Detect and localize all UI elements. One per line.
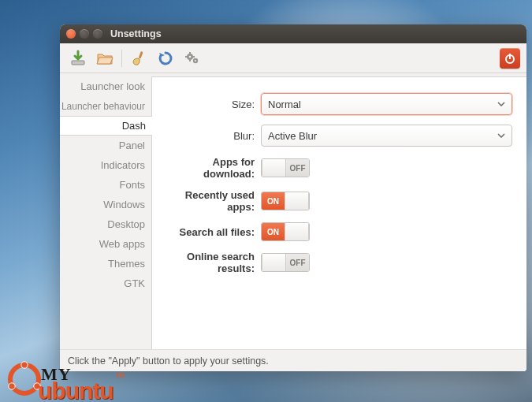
sidebar-item-label: Launcher behaviour — [61, 101, 145, 112]
combo-value: Active Blur — [268, 130, 317, 142]
toggle-online-search[interactable]: OFF — [261, 253, 310, 272]
toggle-off-label: OFF — [286, 254, 309, 271]
sidebar-item-label: Desktop — [107, 218, 145, 230]
toggle-search-files[interactable]: ON — [261, 222, 310, 241]
refresh-icon — [158, 50, 173, 66]
chevron-down-icon — [497, 133, 505, 138]
toggle-knob — [285, 192, 309, 210]
toggle-recently-used[interactable]: ON — [261, 192, 310, 210]
sidebar-item-windows[interactable]: Windows — [60, 195, 151, 214]
unsettings-window: Unsettings — [60, 24, 526, 371]
svg-rect-9 — [192, 56, 195, 58]
download-icon — [69, 50, 87, 67]
sidebar-item-panel[interactable]: Panel — [60, 136, 151, 155]
toggle-off-label: OFF — [286, 159, 309, 177]
sidebar-item-label: Web apps — [99, 238, 145, 250]
svg-point-14 — [9, 383, 15, 389]
svg-point-15 — [34, 383, 40, 389]
window-close-button[interactable] — [66, 29, 76, 39]
sidebar-item-web-apps[interactable]: Web apps — [60, 234, 151, 254]
window-buttons — [66, 29, 102, 39]
sidebar-item-label: Panel — [119, 140, 145, 151]
svg-point-5 — [195, 60, 196, 61]
desktop-background: Unsettings — [0, 0, 532, 402]
svg-rect-8 — [185, 56, 188, 58]
window-minimize-button[interactable] — [80, 29, 89, 39]
toggle-on-label: ON — [262, 223, 285, 240]
label-size: Size: — [160, 99, 261, 110]
sidebar-item-launcher-look[interactable]: Launcher look — [60, 76, 151, 96]
sidebar-item-label: Themes — [108, 258, 145, 270]
toolbar-separator — [121, 50, 122, 67]
row-blur: Blur: Active Blur — [160, 125, 512, 147]
open-button[interactable] — [93, 47, 117, 70]
status-bar: Click the "Apply" button to apply your s… — [60, 349, 526, 371]
reload-button[interactable] — [154, 47, 177, 70]
window-body: Launcher look Launcher behaviour Dash Pa… — [60, 73, 526, 349]
chevron-down-icon — [497, 102, 505, 106]
titlebar[interactable]: Unsettings — [60, 24, 526, 43]
combo-blur[interactable]: Active Blur — [261, 125, 512, 147]
label-online-search: Online search results: — [160, 251, 261, 274]
toolbar — [60, 43, 526, 73]
label-recently-used: Recently used apps: — [160, 189, 261, 213]
svg-rect-7 — [189, 59, 191, 61]
row-online-search: Online search results: OFF — [160, 251, 512, 274]
sidebar-item-label: Dash — [122, 120, 146, 132]
svg-rect-0 — [72, 61, 84, 65]
label-search-files: Search all files: — [160, 226, 261, 238]
sidebar-item-launcher-behaviour[interactable]: Launcher behaviour — [60, 96, 151, 116]
power-icon — [504, 52, 516, 65]
label-apps-download: Apps for download: — [160, 156, 261, 180]
svg-point-13 — [21, 362, 28, 368]
content-pane: Size: Normal Blur: Active Blur Apps for … — [151, 76, 526, 349]
reset-button[interactable] — [127, 47, 151, 70]
toggle-knob — [285, 223, 309, 240]
quit-button[interactable] — [500, 48, 520, 69]
sidebar-item-dash[interactable]: Dash — [60, 116, 152, 136]
sidebar-item-label: Launcher look — [80, 80, 145, 92]
sidebar-item-label: Fonts — [119, 179, 145, 191]
label-blur: Blur: — [160, 130, 261, 142]
sidebar-item-indicators[interactable]: Indicators — [60, 155, 151, 175]
svg-point-12 — [10, 365, 39, 393]
combo-value: Normal — [268, 99, 301, 110]
status-hint: Click the "Apply" button to apply your s… — [68, 355, 269, 367]
sidebar-item-label: Windows — [103, 199, 145, 210]
row-search-files: Search all files: ON — [160, 222, 512, 241]
sidebar-item-label: GTK — [124, 277, 145, 289]
sidebar-item-gtk[interactable]: GTK — [60, 274, 151, 293]
toggle-knob — [262, 254, 286, 271]
toggle-knob — [262, 159, 286, 177]
window-maximize-button[interactable] — [93, 29, 102, 39]
brush-icon — [130, 50, 147, 67]
svg-rect-6 — [189, 52, 191, 54]
row-recently-used: Recently used apps: ON — [160, 189, 512, 213]
combo-size[interactable]: Normal — [261, 93, 512, 115]
apply-button[interactable] — [66, 47, 90, 70]
settings-button[interactable] — [180, 47, 204, 70]
row-apps-download: Apps for download: OFF — [160, 156, 512, 180]
folder-icon — [96, 50, 113, 67]
ubuntu-logo-icon — [6, 361, 43, 397]
watermark-ubuntu: ubuntu — [38, 381, 113, 401]
gears-icon — [184, 50, 201, 67]
sidebar: Launcher look Launcher behaviour Dash Pa… — [60, 73, 151, 349]
window-title: Unsettings — [110, 28, 162, 39]
toggle-apps-download[interactable]: OFF — [261, 158, 310, 177]
sidebar-item-label: Indicators — [101, 159, 145, 171]
toggle-on-label: ON — [262, 192, 285, 210]
sidebar-item-desktop[interactable]: Desktop — [60, 214, 151, 234]
row-size: Size: Normal — [160, 93, 512, 115]
svg-rect-11 — [509, 54, 511, 59]
svg-rect-1 — [139, 50, 143, 58]
watermark-ru: ru — [117, 372, 125, 379]
sidebar-item-fonts[interactable]: Fonts — [60, 175, 151, 195]
sidebar-item-themes[interactable]: Themes — [60, 254, 151, 274]
svg-point-3 — [189, 55, 192, 58]
